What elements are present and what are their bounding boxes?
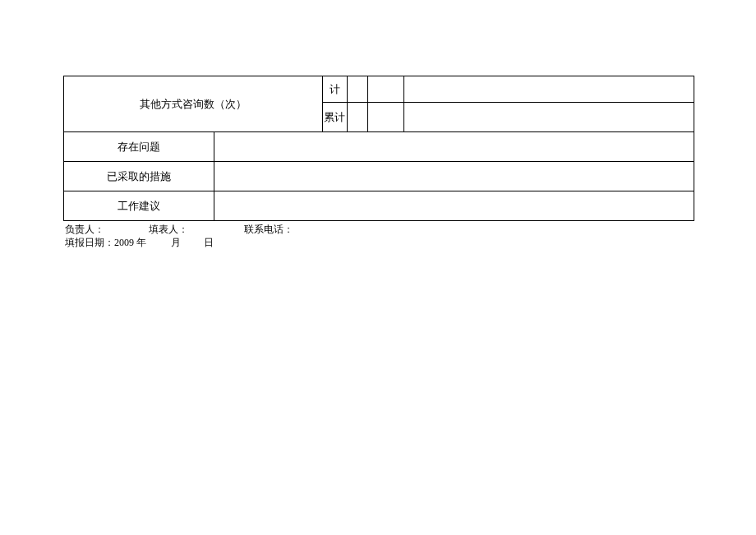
leiji-cell-1: [347, 103, 367, 132]
form-container: 其他方式咨询数（次） 计 累计 存在问题 已采取的措施 工作建议 负责人：: [63, 76, 694, 249]
leiji-cell-2: [367, 103, 404, 132]
footer-block: 负责人： 填表人： 联系电话： 填报日期：2009 年 月 日: [63, 223, 694, 249]
other-consult-label: 其他方式咨询数（次）: [64, 76, 323, 132]
suggestions-value: [214, 191, 694, 221]
responsible-label: 负责人：: [65, 223, 104, 236]
ji-cell-2: [367, 76, 404, 103]
leiji-label: 累计: [322, 103, 347, 132]
leiji-cell-3: [404, 103, 694, 132]
ji-label: 计: [322, 76, 347, 103]
problems-value: [214, 132, 694, 162]
problems-label: 存在问题: [64, 132, 214, 162]
ji-cell-3: [404, 76, 694, 103]
ji-cell-1: [347, 76, 367, 103]
filler-label: 填表人：: [149, 223, 188, 236]
report-table: 其他方式咨询数（次） 计 累计 存在问题 已采取的措施 工作建议: [63, 76, 694, 221]
day-label: 日: [204, 236, 214, 249]
suggestions-label: 工作建议: [64, 191, 214, 221]
month-label: 月: [171, 236, 181, 249]
measures-value: [214, 162, 694, 191]
measures-label: 已采取的措施: [64, 162, 214, 191]
phone-label: 联系电话：: [244, 223, 293, 236]
date-prefix: 填报日期：2009 年: [65, 236, 146, 249]
